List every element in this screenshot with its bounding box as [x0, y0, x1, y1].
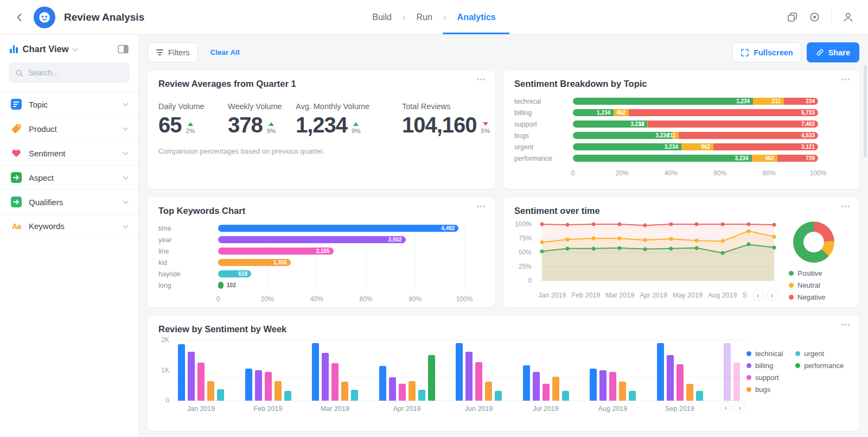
nav-run[interactable]: Run [414, 0, 435, 34]
card-menu-icon[interactable]: ••• [841, 76, 851, 84]
legend-item: performance [795, 359, 848, 371]
keyword-row: line2,155 [158, 245, 464, 257]
axis-tick-label: Feb 2019 [254, 405, 283, 413]
axis-tick-label: Mar 2019 [321, 405, 349, 413]
technical-legend-dot [746, 351, 751, 356]
axis-tick-label: 50% [519, 249, 532, 256]
filter-icon [156, 49, 163, 55]
delta-percent: 9% [352, 128, 361, 134]
breakdown-segment-positive: 3,234 [573, 132, 672, 139]
next-page-button[interactable]: › [767, 289, 778, 301]
breakdown-row: urgent3,2349623,121 [514, 141, 818, 153]
chevron-down-icon [123, 174, 129, 180]
account-button[interactable] [843, 11, 854, 23]
prev-page-button[interactable]: ‹ [720, 402, 731, 413]
share-button[interactable]: Share [807, 42, 859, 62]
filters-button[interactable]: Filters [148, 42, 198, 62]
breakdown-bar: 1,2344625,733 [573, 109, 818, 116]
weekly-legend: technicalbillingsupportbugsurgentperform… [746, 340, 848, 413]
card-menu-icon[interactable]: ••• [477, 203, 486, 211]
legend-label: technical [755, 350, 783, 358]
sidebar-item-topic[interactable]: Topic [0, 92, 138, 116]
billing-legend-dot [746, 363, 751, 368]
bar-group: Jul 2019 [523, 340, 569, 413]
data-point-neutral [695, 239, 699, 243]
breakdown-value-label: 462 [765, 155, 777, 161]
settings-button[interactable] [809, 11, 820, 23]
card-title: Sentiment over time [514, 206, 848, 216]
card-menu-icon[interactable]: ••• [477, 76, 486, 84]
data-point-negative [592, 223, 596, 226]
breakdown-category-label: urgent [514, 143, 573, 151]
data-point-negative [773, 223, 776, 227]
chevron-down-icon[interactable] [73, 46, 78, 51]
card-menu-icon[interactable]: ••• [841, 321, 851, 329]
keyword-value-label: 102 [224, 282, 236, 288]
delta-percent: 9% [267, 128, 276, 134]
view-selector[interactable]: Chart View [23, 44, 69, 54]
bar-group-bars [245, 340, 291, 401]
bar-performance [428, 355, 435, 401]
weekly-plot: Jan 2019Feb 2019Mar 2019Apr 2019Jun 2019… [175, 340, 746, 413]
sidebar-item-product[interactable]: Product [0, 116, 138, 141]
bar-technical [657, 343, 664, 401]
breakdown-segment-negative: 739 [777, 155, 818, 162]
aspect-arrow-icon [11, 172, 22, 183]
collapse-panel-button[interactable] [118, 45, 129, 54]
axis-tick-label: 0 [571, 169, 575, 177]
breakdown-bar: 1,234211234 [573, 98, 818, 105]
user-icon [843, 11, 854, 23]
bar-support [609, 372, 616, 401]
scrollbar[interactable] [864, 65, 867, 157]
axis-tick-label: 2K [161, 336, 169, 344]
breakdown-rows: technical1,234211234billing1,2344625,733… [514, 96, 818, 164]
bar-technical [456, 343, 463, 401]
axis-tick-label: 1K [161, 366, 169, 374]
back-button[interactable] [14, 12, 25, 23]
axis-tick-label: 60% [359, 295, 372, 303]
duplicate-button[interactable] [787, 11, 798, 23]
legend-item: urgent [795, 347, 848, 359]
clear-all-link[interactable]: Clear All [210, 48, 239, 56]
performance-legend-dot [795, 363, 800, 368]
bar-group-bars [456, 340, 502, 401]
next-page-button[interactable]: › [734, 402, 745, 413]
sidebar-item-qualifiers[interactable]: Qualifiers [0, 189, 138, 214]
stat-value: 65 [158, 115, 182, 135]
keyword-row: hayride618 [158, 268, 464, 280]
search-icon [15, 68, 23, 78]
sidebar-item-label: Aspect [29, 173, 117, 182]
prev-page-button[interactable]: ‹ [752, 289, 764, 301]
sot-yaxis: 100%75%50%25%0 [514, 220, 537, 284]
nav-build[interactable]: Build [370, 0, 394, 34]
keyword-row: kid1,356 [158, 257, 464, 268]
sentiment-over-time-card: Sentiment over time ••• 100%75%50%25%0 J… [503, 198, 859, 307]
nav-analytics[interactable]: Analytics [455, 0, 498, 34]
sot-chart: 100%75%50%25%0 Jan 2019Feb 2019Mar 2019A… [514, 220, 848, 301]
toolbar: Filters Clear All Fullscreen Share [148, 42, 859, 62]
sidebar-item-label: Keywords [29, 221, 117, 231]
target-icon [809, 11, 820, 23]
sidebar-item-sentiment[interactable]: Sentiment [0, 141, 138, 165]
sentiment-donut [793, 221, 834, 263]
card-menu-icon[interactable]: ••• [841, 203, 851, 211]
sidebar-item-keywords[interactable]: Aa Keywords [0, 214, 138, 238]
bar-group: Sep 2019 [657, 340, 703, 413]
search-box[interactable] [9, 62, 130, 83]
data-point-positive [720, 251, 724, 255]
chevron-down-icon [123, 199, 129, 204]
breakdown-category-label: performance [514, 155, 573, 162]
bar-group: Feb 2019 [245, 340, 291, 413]
keyword-bar-area: 3,502 [218, 236, 464, 243]
bar-group: Apr 2019 [379, 340, 435, 413]
fullscreen-button[interactable]: Fullscreen [732, 42, 801, 62]
breakdown-segment-positive: 1,234 [573, 109, 614, 116]
bar-urgent [284, 391, 291, 401]
sidebar-item-aspect[interactable]: Aspect [0, 165, 138, 189]
search-input[interactable] [28, 68, 123, 77]
sidebar: Chart View Topic [0, 35, 139, 437]
bar-support [676, 364, 684, 401]
stat-delta: 9% [267, 122, 276, 135]
data-point-positive [643, 247, 647, 251]
sentiment-breakdown-card: Sentiment Breakdown by Topic ••• technic… [503, 71, 859, 189]
